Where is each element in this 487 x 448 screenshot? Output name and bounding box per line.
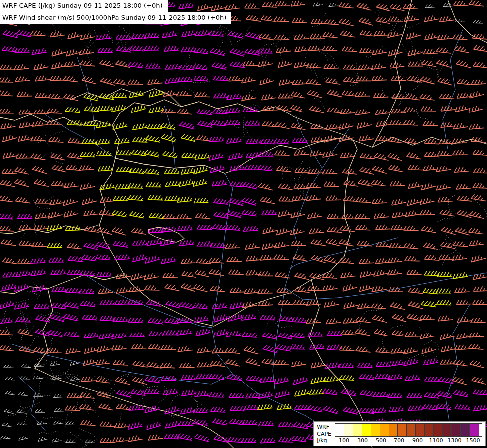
legend-color-cell xyxy=(353,424,362,436)
legend-color-cell xyxy=(344,424,353,436)
legend-param-label: CAPE xyxy=(317,431,331,438)
legend-tick-value: 1100 xyxy=(427,437,445,444)
legend-tick-value: 300 xyxy=(353,437,372,444)
legend-tick-value: 500 xyxy=(372,437,390,444)
legend-color-cell xyxy=(470,424,479,436)
wrf-map-window: WRF CAPE (J/kg) Sunday 09-11-2025 18:00 … xyxy=(0,0,487,448)
title-windshear-line: WRF Wind shear (m/s) 500/1000hPa Sunday … xyxy=(0,12,231,24)
legend-color-cell xyxy=(389,424,398,436)
legend-model-label: WRF xyxy=(317,424,331,431)
legend-color-cell xyxy=(380,424,389,436)
legend-color-cell xyxy=(416,424,425,436)
map-title-box: WRF CAPE (J/kg) Sunday 09-11-2025 18:00 … xyxy=(0,0,231,24)
legend-scale: 100300500700900110013001500 xyxy=(335,423,482,445)
legend-labels: WRF CAPE J/kg xyxy=(317,423,331,445)
legend-tick-value: 700 xyxy=(390,437,408,444)
legend-tick-value: 1300 xyxy=(445,437,464,444)
legend-color-cell xyxy=(461,424,470,436)
legend-color-bar xyxy=(335,423,482,437)
legend-tick-value: 900 xyxy=(408,437,427,444)
legend-color-cell xyxy=(443,424,452,436)
legend-color-cell xyxy=(362,424,371,436)
title-cape-line: WRF CAPE (J/kg) Sunday 09-11-2025 18:00 … xyxy=(0,0,168,12)
legend-color-cell xyxy=(452,424,461,436)
weather-map-canvas xyxy=(0,0,487,448)
legend-tick-labels: 100300500700900110013001500 xyxy=(335,437,482,444)
cape-legend: WRF CAPE J/kg 10030050070090011001300150… xyxy=(313,421,486,446)
legend-unit-label: J/kg xyxy=(317,437,331,444)
legend-color-cell xyxy=(407,424,416,436)
legend-tick-value: 1500 xyxy=(464,437,482,444)
legend-color-cell xyxy=(425,424,434,436)
legend-tick-value: 100 xyxy=(335,437,353,444)
legend-color-cell xyxy=(398,424,407,436)
legend-color-cell xyxy=(335,424,344,436)
legend-color-cell xyxy=(371,424,380,436)
legend-color-cell xyxy=(434,424,443,436)
